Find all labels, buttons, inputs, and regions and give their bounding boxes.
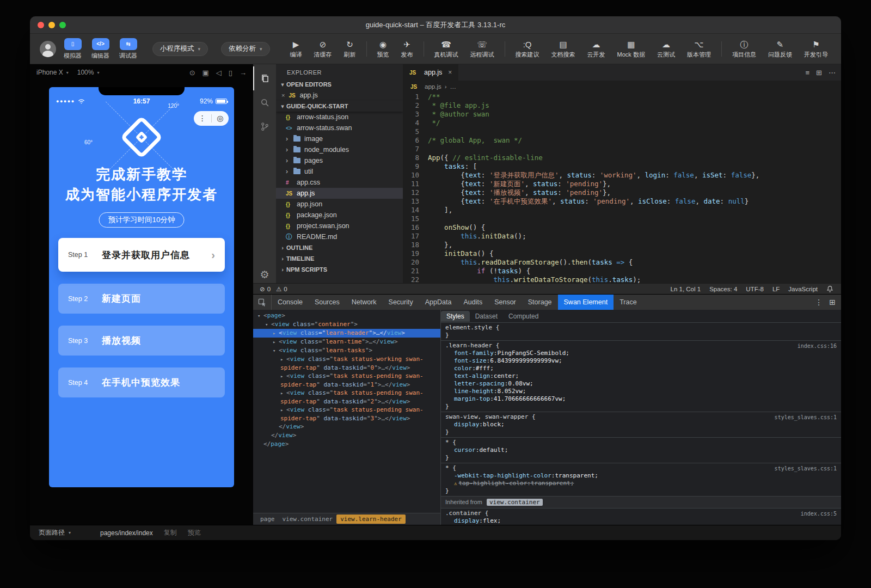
tab-app-js[interactable]: JS app.js × (403, 64, 458, 81)
status-ln-1-col-1[interactable]: Ln 1, Col 1 (671, 286, 701, 292)
close-icon[interactable]: × (281, 92, 285, 99)
mode-button-debugger[interactable]: ⇆调试器 (119, 38, 137, 60)
css-property[interactable]: display:flex; (445, 517, 837, 525)
toggle-layout-icon[interactable]: ≡ (806, 69, 810, 77)
stylesheet-link[interactable]: styles_slaves.css:1 (775, 414, 837, 421)
preview-path-button[interactable]: 预览 (188, 528, 201, 537)
element-node[interactable]: ▸<view class="learn-header">…</view> (253, 329, 440, 338)
css-property[interactable]: text-align:center; (445, 372, 837, 380)
toolbar-action-compile[interactable]: ▶编译 (290, 39, 302, 59)
settings-gear-icon[interactable]: ⚙ (260, 268, 269, 281)
devtools-tab-sources[interactable]: Sources (309, 295, 346, 310)
device-select[interactable]: iPhone X (36, 69, 63, 76)
css-property[interactable]: color:#fff; (445, 365, 837, 372)
file-pages[interactable]: ›pages (276, 155, 403, 166)
zoom-select[interactable]: 100% (77, 69, 94, 76)
element-node[interactable]: ▸<view class="task status-pending swan-s… (253, 406, 440, 422)
toolbar-action-version-control[interactable]: ⌥版本管理 (687, 39, 711, 59)
step-card-2[interactable]: Step 2新建页面 (58, 284, 225, 314)
css-property[interactable]: font-size:6.843999999999999vw; (445, 357, 837, 365)
capsule-menu-icon[interactable]: ⋮ (194, 111, 211, 126)
search-icon[interactable] (253, 90, 276, 114)
file-app-css[interactable]: #app.css (276, 177, 403, 188)
section-npm-scripts[interactable]: ›NPM SCRIPTS (276, 264, 403, 275)
devtools-tab-swan-element[interactable]: Swan Element (558, 295, 614, 310)
toolbar-action-cloud-test[interactable]: ☁云测试 (657, 39, 675, 59)
css-property[interactable]: ⚠tap-highlight-color:transparent; (445, 480, 837, 487)
dropdown-program-mode[interactable]: 小程序模式▾ (152, 42, 208, 56)
user-avatar[interactable] (40, 41, 56, 57)
user-icon[interactable]: ⊙ (189, 69, 195, 77)
toolbar-action-refresh[interactable]: ↻刷新 (344, 39, 356, 59)
more-actions-icon[interactable]: ⋯ (829, 69, 836, 77)
toolbar-action-search-suggest[interactable]: :Q搜索建议 (516, 39, 539, 59)
source-control-icon[interactable] (253, 114, 276, 138)
styles-tab-computed[interactable]: Computed (503, 311, 544, 322)
crumb-page[interactable]: page (256, 514, 279, 524)
stylesheet-link[interactable]: index.css:5 (801, 510, 837, 518)
section-timeline[interactable]: ›TIMELINE (276, 253, 403, 264)
file-node-modules[interactable]: ›node_modules (276, 144, 403, 155)
toolbar-action-preview[interactable]: ◉预览 (377, 39, 389, 59)
file-arrow-status-swan[interactable]: <>arrow-status.swan (276, 122, 403, 133)
file-readme-md[interactable]: ⓘREADME.md (276, 231, 403, 242)
step-card-4[interactable]: Step 4在手机中预览效果 (58, 367, 225, 397)
split-editor-icon[interactable]: ⊞ (816, 69, 822, 77)
toolbar-action-cloud-dev[interactable]: ☁云开发 (587, 39, 605, 59)
element-node[interactable]: </view> (253, 422, 440, 431)
device-icon[interactable]: ▯ (229, 69, 232, 77)
element-node[interactable]: </page> (253, 440, 440, 449)
devtools-tab-storage[interactable]: Storage (522, 295, 558, 310)
devtools-tab-trace[interactable]: Trace (614, 295, 643, 310)
file-app-json[interactable]: {}app.json (276, 199, 403, 210)
step-card-1[interactable]: Step 1登录并获取用户信息› (58, 238, 225, 272)
file-project-swan-json[interactable]: {}project.swan.json (276, 220, 403, 231)
file-app-js[interactable]: JSapp.js (276, 188, 403, 199)
status-utf-8[interactable]: UTF-8 (746, 286, 764, 292)
toolbar-action-publish[interactable]: ✈发布 (401, 39, 413, 59)
devtools-tab-sensor[interactable]: Sensor (488, 295, 522, 310)
css-property[interactable]: cursor:default; (445, 446, 837, 454)
crumb-view-container[interactable]: view.container (279, 514, 337, 524)
project-root-header[interactable]: ▾ GUIDE-QUICK-START (276, 101, 403, 112)
inherited-from-selector[interactable]: view.container (487, 499, 543, 506)
capsule-home-icon[interactable]: ◎ (212, 111, 229, 126)
file-util[interactable]: ›util (276, 166, 403, 177)
toolbar-action-remote-debug[interactable]: ☏远程调试 (470, 39, 494, 59)
step-card-3[interactable]: Step 3播放视频 (58, 326, 225, 356)
styles-tab-dataset[interactable]: Dataset (470, 311, 503, 322)
css-property[interactable]: line-height:8.052vw; (445, 388, 837, 395)
notifications-bell-icon[interactable] (826, 285, 833, 292)
files-icon[interactable] (253, 66, 276, 90)
open-editors-header[interactable]: ▾ OPEN EDITORS (276, 79, 403, 90)
open-external-icon[interactable]: → (240, 69, 247, 77)
stylesheet-link[interactable]: index.css:16 (798, 342, 837, 350)
css-property[interactable]: display:block; (445, 421, 837, 428)
css-property[interactable]: font-family:PingFangSC-Semibold; (445, 350, 837, 357)
toolbar-action-clear-cache[interactable]: ⊘清缓存 (314, 39, 332, 59)
devtools-tab-security[interactable]: Security (383, 295, 419, 310)
scan-icon[interactable]: ▣ (203, 69, 209, 77)
css-property[interactable]: -webkit-tap-highlight-color:transparent; (445, 472, 837, 480)
toolbar-action-real-device-debug[interactable]: ☎真机调试 (434, 39, 458, 59)
more-options-icon[interactable]: ⋮ (815, 298, 823, 307)
section-outline[interactable]: ›OUTLINE (276, 242, 403, 253)
element-node[interactable]: ▸<view class="task status-pending swan-s… (253, 372, 440, 389)
sound-icon[interactable]: ◁ (216, 69, 222, 77)
dropdown-dependency-analysis[interactable]: 依赖分析▾ (221, 42, 270, 56)
status-lf[interactable]: LF (772, 286, 780, 292)
css-property[interactable]: letter-spacing:0.08vw; (445, 380, 837, 388)
devtools-tab-console[interactable]: Console (272, 295, 309, 310)
element-node[interactable]: ▸<view class="learn-time">…</view> (253, 338, 440, 346)
copy-path-button[interactable]: 复制 (164, 528, 177, 537)
inspect-element-icon[interactable] (253, 295, 272, 310)
element-node[interactable]: </view> (253, 431, 440, 440)
stylesheet-link[interactable]: styles_slaves.css:1 (775, 465, 837, 473)
devtools-tab-appdata[interactable]: AppData (419, 295, 458, 310)
toolbar-action-dev-guide[interactable]: ⚑开发引导 (804, 39, 828, 59)
element-node[interactable]: ▾<view class="container"> (253, 320, 440, 329)
breadcrumb[interactable]: JS app.js › … (403, 81, 841, 93)
close-icon[interactable]: × (448, 69, 452, 76)
css-property[interactable]: margin-top:41.70666666666667vw; (445, 395, 837, 403)
element-node[interactable]: ▸<view class="task status-pending swan-s… (253, 389, 440, 406)
